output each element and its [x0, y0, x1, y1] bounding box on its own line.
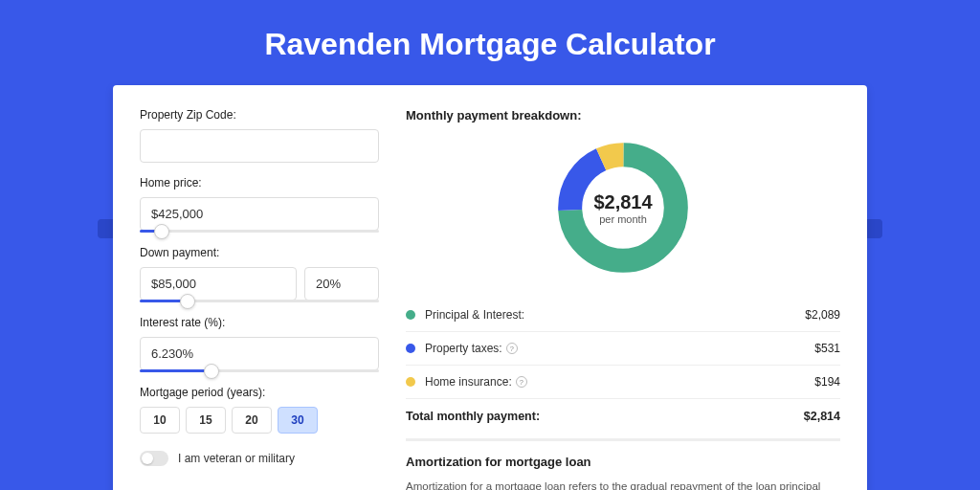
rate-input[interactable]	[140, 337, 379, 370]
breakdown-column: Monthly payment breakdown: $2,814 per mo…	[406, 108, 840, 490]
downpayment-group: Down payment:	[140, 246, 379, 302]
amortization-text: Amortization for a mortgage loan refers …	[406, 479, 840, 490]
downpayment-slider-thumb[interactable]	[180, 294, 195, 309]
downpayment-input[interactable]	[140, 267, 297, 301]
legend-label-principal: Principal & Interest:	[425, 308, 805, 322]
veteran-toggle-label: I am veteran or military	[178, 452, 295, 465]
legend-label-insurance: Home insurance: ?	[425, 375, 814, 389]
legend-dot-principal	[406, 310, 415, 320]
amortization-section: Amortization for mortgage loan Amortizat…	[406, 438, 840, 490]
rate-slider-thumb[interactable]	[204, 364, 219, 379]
info-icon[interactable]: ?	[516, 376, 527, 388]
zip-input[interactable]	[140, 129, 379, 163]
period-button-10[interactable]: 10	[140, 407, 180, 434]
form-column: Property Zip Code: Home price: Down paym…	[140, 108, 379, 490]
veteran-toggle[interactable]	[140, 451, 168, 466]
rate-label: Interest rate (%):	[140, 316, 379, 329]
legend-value-principal: $2,089	[805, 308, 840, 322]
legend-value-taxes: $531	[814, 342, 840, 355]
price-slider[interactable]	[140, 230, 379, 233]
period-button-15[interactable]: 15	[186, 407, 226, 434]
downpayment-label: Down payment:	[140, 246, 379, 259]
price-group: Home price:	[140, 176, 379, 233]
period-button-20[interactable]: 20	[232, 407, 272, 434]
donut-subtitle: per month	[593, 213, 652, 225]
zip-label: Property Zip Code:	[140, 108, 379, 122]
total-row: Total monthly payment: $2,814	[406, 399, 840, 436]
total-label: Total monthly payment:	[406, 410, 804, 423]
veteran-toggle-row: I am veteran or military	[140, 451, 379, 466]
legend-label-taxes: Property taxes: ?	[425, 342, 814, 355]
legend-row-principal: Principal & Interest: $2,089	[406, 299, 840, 332]
period-group: Mortgage period (years): 10 15 20 30	[140, 386, 379, 434]
legend-dot-taxes	[406, 344, 415, 353]
downpayment-pct-input[interactable]	[304, 267, 379, 301]
toggle-knob	[142, 453, 153, 464]
donut-chart: $2,814 per month	[406, 138, 840, 278]
page-title: Ravenden Mortgage Calculator	[0, 0, 980, 85]
legend-row-taxes: Property taxes: ? $531	[406, 332, 840, 366]
breakdown-title: Monthly payment breakdown:	[406, 108, 840, 122]
zip-group: Property Zip Code:	[140, 108, 379, 163]
rate-slider[interactable]	[140, 369, 379, 372]
legend-row-insurance: Home insurance: ? $194	[406, 366, 840, 399]
total-value: $2,814	[804, 410, 840, 423]
period-label: Mortgage period (years):	[140, 386, 379, 399]
price-input[interactable]	[140, 197, 379, 231]
period-button-30[interactable]: 30	[278, 407, 318, 434]
info-icon[interactable]: ?	[506, 343, 518, 354]
price-slider-thumb[interactable]	[154, 224, 169, 239]
downpayment-slider[interactable]	[140, 300, 379, 302]
rate-group: Interest rate (%):	[140, 316, 379, 372]
calculator-card: Property Zip Code: Home price: Down paym…	[113, 85, 867, 490]
price-label: Home price:	[140, 176, 379, 189]
legend-dot-insurance	[406, 377, 415, 387]
donut-center: $2,814 per month	[593, 191, 652, 225]
donut-amount: $2,814	[593, 191, 652, 213]
legend-value-insurance: $194	[814, 375, 840, 389]
amortization-title: Amortization for mortgage loan	[406, 455, 840, 469]
